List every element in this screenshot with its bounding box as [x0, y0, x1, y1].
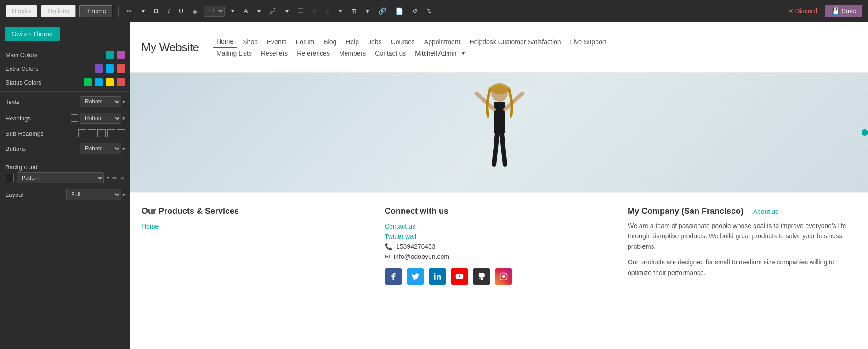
email-icon: ✉ [385, 253, 390, 260]
extra-color-1[interactable] [95, 64, 103, 73]
background-row: Background Pattern ▾ ✏ ✕ [0, 161, 130, 186]
font-size-dropdown[interactable]: ▾ [228, 6, 237, 17]
youtube-icon[interactable] [451, 268, 468, 285]
footer-company-header: My Company (San Francisco) - About us [628, 206, 857, 216]
twitter-icon[interactable] [407, 268, 424, 285]
nav-shop[interactable]: Shop [239, 36, 261, 47]
highlight-icon[interactable]: ◈ [190, 6, 200, 17]
admin-dropdown-caret[interactable]: ▾ [462, 50, 465, 57]
nav-help[interactable]: Help [342, 36, 363, 47]
layout-row: Layout Full ▾ [0, 186, 130, 203]
ordered-list-button[interactable]: ≡ [310, 6, 319, 17]
status-color-3[interactable] [106, 78, 114, 86]
discard-button[interactable]: ✕ Discard [783, 6, 822, 17]
nav-blog[interactable]: Blog [320, 36, 340, 47]
texts-checkbox[interactable] [71, 98, 78, 105]
nav-live-support[interactable]: Live Support [567, 36, 610, 47]
instagram-icon[interactable] [495, 268, 512, 285]
tab-options[interactable]: Options [41, 5, 76, 17]
sh-sq-1[interactable] [78, 129, 86, 137]
footer-home-link[interactable]: Home [142, 223, 371, 230]
nav-courses[interactable]: Courses [387, 36, 419, 47]
headings-font-select[interactable]: Roboto [80, 113, 121, 124]
nav-members[interactable]: Members [335, 48, 369, 59]
sub-heading-swatches [78, 129, 125, 137]
email-address: info@odooyun.com [394, 253, 449, 260]
discard-x-icon: ✕ [788, 7, 794, 15]
table-dropdown[interactable]: ▾ [363, 6, 372, 17]
fill-color-button[interactable]: 🖊 [267, 6, 279, 17]
status-color-4[interactable] [117, 78, 125, 86]
layout-chevron: ▾ [122, 192, 125, 198]
status-color-1[interactable] [84, 78, 92, 86]
footer-desc-2: Our products are designed for small to m… [628, 257, 857, 278]
fill-dropdown[interactable]: ▾ [283, 6, 291, 17]
layout-select[interactable]: Full [66, 189, 121, 200]
nav-jobs[interactable]: Jobs [364, 36, 386, 47]
toolbar: Blocks Options Theme ✏ ▾ B I U ◈ 14 ▾ A … [0, 0, 868, 22]
footer-phone: 📞 15394276453 [385, 243, 614, 250]
undo-button[interactable]: ↺ [409, 6, 420, 17]
teal-dot [862, 129, 868, 136]
align-button[interactable]: ≡ [323, 6, 332, 17]
italic-button[interactable]: I [165, 6, 172, 17]
nav-forum[interactable]: Forum [292, 36, 318, 47]
link-button[interactable]: 🔗 [375, 6, 389, 17]
footer-twitter-wall-link[interactable]: Twitter wall [385, 233, 614, 240]
save-button[interactable]: 💾 Save [825, 5, 862, 17]
redo-button[interactable]: ↻ [424, 6, 435, 17]
font-size-select[interactable]: 14 [204, 6, 225, 17]
table-button[interactable]: ⊞ [348, 6, 359, 17]
status-color-2[interactable] [95, 78, 103, 86]
edit-dropdown[interactable]: ▾ [139, 6, 148, 17]
main-color-2[interactable] [117, 51, 125, 59]
sh-sq-2[interactable] [88, 129, 96, 137]
background-pattern-select[interactable]: Pattern [17, 172, 104, 183]
extra-color-2[interactable] [106, 64, 114, 73]
unordered-list-button[interactable]: ☰ [295, 6, 306, 17]
preview-navbar: My Website Home Shop Events Forum Blog H… [130, 22, 868, 73]
tab-blocks[interactable]: Blocks [6, 5, 37, 17]
pencil-icon[interactable]: ✏ [124, 6, 135, 17]
sh-sq-5[interactable] [117, 129, 125, 137]
underline-button[interactable]: U [176, 6, 186, 17]
sh-sq-3[interactable] [97, 129, 106, 137]
svg-line-5 [502, 134, 505, 165]
social-row [385, 268, 614, 285]
extra-color-3[interactable] [117, 64, 125, 73]
tab-theme[interactable]: Theme [79, 5, 113, 17]
nav-events[interactable]: Events [263, 36, 290, 47]
main-colors-row: Main Colors [0, 48, 130, 62]
font-dropdown[interactable]: ▾ [255, 6, 263, 17]
switch-theme-button[interactable]: Switch Theme [5, 27, 60, 41]
nav-appointment[interactable]: Appointment [420, 36, 464, 47]
footer-contact-link[interactable]: Contact us [385, 223, 614, 230]
main-color-1[interactable] [106, 51, 114, 59]
nav-helpdesk[interactable]: Helpdesk Customer Satisfaction [465, 36, 564, 47]
github-icon[interactable] [473, 268, 490, 285]
headings-checkbox[interactable] [71, 114, 78, 122]
image-button[interactable]: 📄 [392, 6, 406, 17]
buttons-font-select[interactable]: Roboto [80, 143, 121, 154]
background-color-swatch[interactable] [6, 174, 14, 182]
footer-about-link[interactable]: About us [753, 208, 778, 215]
nav-contact-us[interactable]: Contact us [371, 48, 409, 59]
nav-home[interactable]: Home [213, 36, 237, 48]
bold-button[interactable]: B [151, 6, 161, 17]
footer-col-connect: Connect with us Contact us Twitter wall … [385, 206, 614, 285]
sh-sq-4[interactable] [107, 129, 115, 137]
nav-resellers[interactable]: Resellers [257, 48, 291, 59]
nav-mailing-lists[interactable]: Mailing Lists [213, 48, 255, 59]
main-layout: Switch Theme Main Colors Extra Colors St… [0, 22, 868, 349]
background-edit-icon[interactable]: ✏ [112, 175, 117, 182]
nav-references[interactable]: References [293, 48, 334, 59]
texts-font-select[interactable]: Roboto [80, 96, 121, 107]
save-icon: 💾 [832, 7, 840, 15]
font-color-button[interactable]: A [241, 6, 250, 17]
facebook-icon[interactable] [385, 268, 402, 285]
texts-label: Texts [6, 98, 71, 105]
linkedin-icon[interactable] [429, 268, 446, 285]
align-dropdown[interactable]: ▾ [336, 6, 345, 17]
background-delete-icon[interactable]: ✕ [120, 175, 125, 182]
nav-admin[interactable]: Mitchell Admin [411, 48, 460, 59]
